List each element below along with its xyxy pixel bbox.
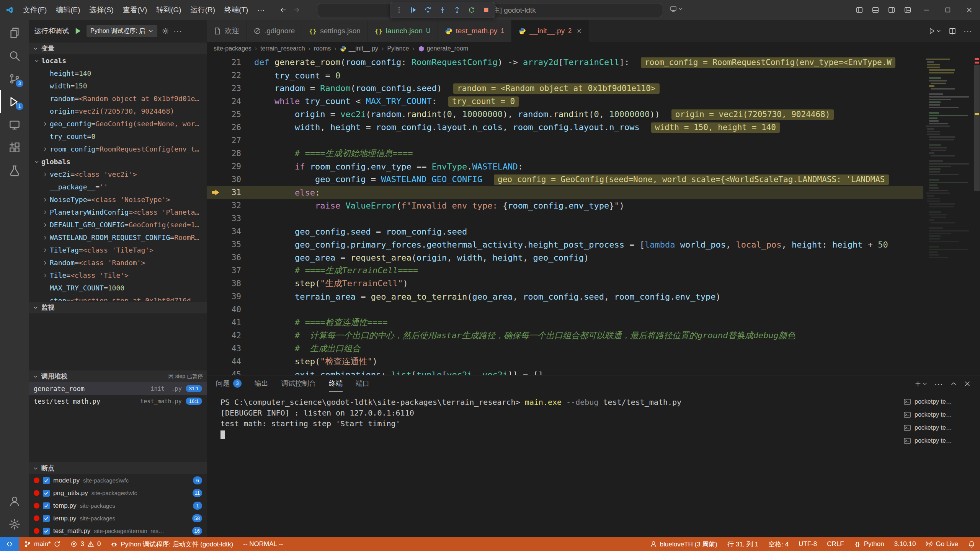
gutter[interactable]: 39	[207, 290, 254, 303]
settings-button[interactable]	[0, 513, 29, 536]
eol[interactable]: CRLF	[822, 537, 849, 551]
menu-item-4[interactable]: 转到(G)	[152, 3, 186, 17]
breakpoint-row-4[interactable]: test_math.pysite-packages\terrain_res…16	[29, 525, 207, 537]
panel-tab-2[interactable]: 调试控制台	[281, 375, 316, 392]
gutter[interactable]: 23	[207, 82, 254, 95]
gutter[interactable]: 40	[207, 303, 254, 316]
section-variables[interactable]: 变量	[29, 42, 207, 54]
variable-row[interactable]: try_count = 0	[29, 130, 207, 143]
gutter[interactable]: 42	[207, 329, 254, 342]
breakpoint-checkbox[interactable]	[43, 515, 50, 522]
gutter[interactable]: 33	[207, 212, 254, 225]
gutter[interactable]: 25	[207, 108, 254, 121]
drag-handle-icon[interactable]	[395, 7, 402, 13]
breadcrumb-item-2[interactable]: rooms	[314, 45, 331, 52]
gutter[interactable]: 35	[207, 238, 254, 251]
editor-tab-5[interactable]: __init__.py2	[511, 20, 589, 42]
editor-scrollbar[interactable]	[974, 55, 980, 375]
language-mode[interactable]: {}Python	[849, 537, 889, 551]
gutter[interactable]: 41	[207, 316, 254, 329]
code-line-40[interactable]: 40	[207, 303, 980, 316]
terminal-list-item-0[interactable]: pocketpy te…	[900, 395, 980, 408]
scope-globals[interactable]: globals	[29, 155, 207, 168]
panel-tab-3[interactable]: 终端	[329, 375, 343, 392]
debug-continue-button[interactable]	[410, 7, 417, 13]
code-line-35[interactable]: 35 geo_config.primary_forces.geothermal_…	[207, 238, 980, 251]
editor-tab-0[interactable]: 欢迎	[207, 20, 247, 42]
code-line-31[interactable]: 31 else:	[207, 186, 980, 199]
debug-stop-button[interactable]	[483, 7, 490, 13]
terminal-list-item-1[interactable]: pocketpy te…	[900, 408, 980, 421]
variable-row[interactable]: height = 140	[29, 67, 207, 80]
activity-remote-explorer[interactable]	[0, 113, 29, 136]
debug-step-out-button[interactable]	[454, 7, 461, 13]
back-icon[interactable]	[280, 7, 287, 13]
gutter[interactable]: 31	[207, 186, 254, 199]
activity-extensions[interactable]	[0, 136, 29, 159]
code-line-37[interactable]: 37 # ====生成TerrainCell====	[207, 264, 980, 277]
code-line-21[interactable]: 21def generate_room(room_config: RoomReq…	[207, 56, 980, 69]
remote-indicator[interactable]	[0, 537, 19, 551]
gutter[interactable]: 24	[207, 95, 254, 108]
breakpoint-checkbox[interactable]	[43, 502, 50, 509]
code-line-33[interactable]: 33	[207, 212, 980, 225]
terminal-list-item-2[interactable]: pocketpy te…	[900, 421, 980, 434]
variable-row[interactable]: width = 150	[29, 80, 207, 92]
problems-summary[interactable]: 30	[65, 537, 106, 551]
variable-row[interactable]: MAX_TRY_COUNT = 1000	[29, 282, 207, 294]
menu-overflow-button[interactable]: ···	[253, 4, 269, 16]
git-branch[interactable]: main*	[19, 537, 65, 551]
start-debugging-button[interactable]	[74, 27, 82, 35]
gutter[interactable]: 36	[207, 251, 254, 264]
terminal-list-item-3[interactable]: pocketpy te…	[900, 434, 980, 447]
variable-row[interactable]: random = <Random object at 0x1bf9d01e…	[29, 92, 207, 105]
code-line-44[interactable]: 44 step("检查连通性")	[207, 355, 980, 368]
launch-config-select[interactable]: Python 调试程序: 启	[87, 25, 157, 37]
variable-row[interactable]: TileTag = <class 'TileTag'>	[29, 244, 207, 256]
breadcrumb-item-3[interactable]: __init__.py	[340, 45, 378, 52]
gutter[interactable]: 26	[207, 121, 254, 134]
code-line-38[interactable]: 38 step("生成TerrainCell")	[207, 277, 980, 290]
cursor-position[interactable]: 行 31, 列 1	[722, 537, 763, 551]
variable-row[interactable]: geo_config = GeoConfig(seed=None, wor…	[29, 117, 207, 130]
gutter[interactable]: 44	[207, 355, 254, 368]
code-line-22[interactable]: 22 try_count = 0	[207, 69, 980, 82]
close-panel-button[interactable]	[964, 380, 971, 387]
account-button[interactable]	[0, 490, 29, 513]
debug-restart-button[interactable]	[468, 7, 475, 13]
code-line-45[interactable]: 45 exit_combinations: list[tuple[vec2i, …	[207, 368, 980, 375]
callstack-frame-0[interactable]: generate_room__init__.py31:1	[29, 382, 207, 395]
panel-tab-4[interactable]: 端口	[356, 375, 369, 392]
variable-row[interactable]: PlanetaryWindConfig = <class 'Planeta…	[29, 206, 207, 218]
breadcrumb-item-4[interactable]: Pylance	[387, 45, 409, 52]
remote-window-menu[interactable]	[670, 5, 683, 12]
toggle-secondary-sidebar-button[interactable]	[884, 0, 900, 20]
activity-run-debug[interactable]: 1	[0, 90, 29, 113]
menu-item-3[interactable]: 查看(V)	[118, 3, 152, 17]
section-watch[interactable]: 监视	[29, 301, 207, 313]
code-line-42[interactable]: 42 # 计算每一个出口的中心，然后使用astar生成路径，确保每一个出口组合都…	[207, 329, 980, 342]
gutter[interactable]: 43	[207, 342, 254, 355]
code-line-36[interactable]: 36 geo_area = request_area(origin, width…	[207, 251, 980, 264]
breadcrumb-item-0[interactable]: site-packages	[214, 45, 252, 52]
maximize-panel-button[interactable]	[950, 380, 957, 387]
toggle-panel-button[interactable]	[867, 0, 884, 20]
gutter[interactable]: 21	[207, 56, 254, 69]
gutter[interactable]: 30	[207, 173, 254, 186]
variable-row[interactable]: Random = <class 'Random'>	[29, 256, 207, 269]
forward-icon[interactable]	[293, 7, 300, 13]
variable-row[interactable]: DEFAULT_GEO_CONFIG = GeoConfig(seed=1…	[29, 218, 207, 231]
new-terminal-button[interactable]	[915, 380, 928, 387]
python-version[interactable]: 3.10.10	[889, 537, 921, 551]
code-line-39[interactable]: 39 terrain_area = geo_area_to_terrain(ge…	[207, 290, 980, 303]
more-actions-button[interactable]: ···	[964, 27, 972, 36]
split-editor-button[interactable]	[949, 28, 956, 34]
gutter[interactable]: 28	[207, 147, 254, 160]
editor-tab-3[interactable]: {}launch.jsonU	[368, 20, 438, 42]
code-line-28[interactable]: 28 # ====生成初始地理信息====	[207, 147, 980, 160]
activity-search[interactable]	[0, 44, 29, 67]
gutter[interactable]: 32	[207, 199, 254, 212]
toggle-sidebar-button[interactable]	[851, 0, 867, 20]
activity-explorer[interactable]	[0, 21, 29, 44]
menu-item-5[interactable]: 运行(R)	[186, 3, 220, 17]
